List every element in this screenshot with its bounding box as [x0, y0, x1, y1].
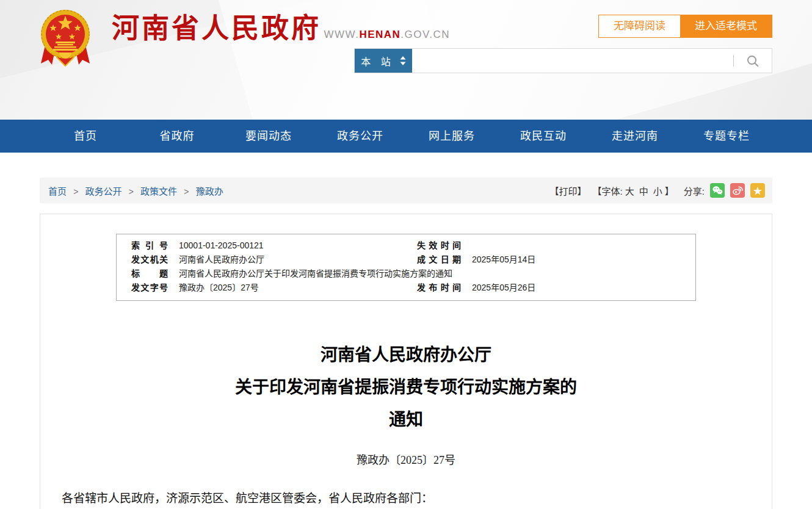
font-size-large[interactable]: 大	[625, 186, 634, 197]
share-wechat-button[interactable]	[710, 183, 725, 198]
nav-item-online-services[interactable]: 网上服务	[406, 120, 498, 153]
header-inner: 河南省人民政府 WWW.HENAN.GOV.CN 无障碍阅读 进入适老模式 本 …	[40, 0, 772, 120]
search-bar: 本 站	[354, 48, 772, 73]
site-text: 河南省人民政府 WWW.HENAN.GOV.CN	[112, 5, 450, 44]
search-button[interactable]	[734, 49, 772, 73]
weibo-icon	[731, 184, 744, 197]
nav-item-provincial-government[interactable]: 省政府	[131, 120, 223, 153]
nav-item-home[interactable]: 首页	[40, 120, 131, 153]
site-url-suffix: .GOV.CN	[401, 29, 450, 40]
breadcrumb-separator: >	[184, 187, 189, 197]
nav-item-about-henan[interactable]: 走进河南	[589, 120, 681, 153]
breadcrumb-toolbar-row: 首页 > 政务公开 > 政策文件 > 豫政办 【打印】 【字体:大中小】 分享:	[40, 178, 772, 203]
meta-value-title: 河南省人民政府办公厅关于印发河南省提振消费专项行动实施方案的通知	[179, 267, 681, 281]
document-title-line-2: 关于印发河南省提振消费专项行动实施方案的	[62, 371, 750, 403]
site-header: 河南省人民政府 WWW.HENAN.GOV.CN 无障碍阅读 进入适老模式 本 …	[0, 0, 812, 120]
breadcrumb-home[interactable]: 首页	[48, 186, 67, 197]
breadcrumb-policy-documents[interactable]: 政策文件	[140, 186, 177, 197]
document-body: 各省辖市人民政府，济源示范区、航空港区管委会，省人民政府各部门： 《河南省提振消…	[62, 486, 750, 509]
search-scope-label: 本 站	[361, 54, 394, 68]
search-icon	[746, 54, 759, 68]
search-input[interactable]	[412, 49, 733, 73]
document-paragraph-salutation: 各省辖市人民政府，济源示范区、航空港区管委会，省人民政府各部门：	[62, 486, 750, 509]
nav-item-news[interactable]: 要闻动态	[223, 120, 314, 153]
main-nav: 首页 省政府 要闻动态 政务公开 网上服务 政民互动 走进河南 专题专栏	[0, 120, 812, 153]
breadcrumb-separator: >	[129, 187, 134, 197]
wechat-icon	[711, 184, 723, 197]
share-label: 分享:	[684, 184, 705, 197]
meta-value-expiry-date	[472, 239, 681, 253]
nav-item-interaction[interactable]: 政民互动	[498, 120, 589, 153]
breadcrumb-current: 豫政办	[196, 186, 223, 197]
meta-label-written-date: 成文日期	[417, 253, 461, 267]
font-size-medium[interactable]: 中	[639, 186, 648, 197]
meta-value-doc-number: 豫政办〔2025〕27号	[179, 281, 406, 295]
document-title-line-1: 河南省人民政府办公厅	[62, 339, 750, 371]
document-title-line-3: 通知	[62, 403, 750, 436]
document-title: 河南省人民政府办公厅 关于印发河南省提振消费专项行动实施方案的 通知	[62, 339, 750, 436]
print-button[interactable]: 【打印】	[550, 184, 587, 197]
meta-value-publish-date: 2025年05月26日	[472, 281, 681, 295]
meta-label-title: 标题	[131, 267, 168, 281]
up-down-arrows-icon	[400, 56, 406, 65]
breadcrumb: 首页 > 政务公开 > 政策文件 > 豫政办	[48, 184, 223, 197]
qzone-star-icon: ★	[753, 186, 762, 195]
meta-label-publish-date: 发布时间	[417, 281, 461, 295]
meta-label-index-number: 索引号	[131, 239, 168, 253]
meta-row-issuing-agency: 发文机关 河南省人民政府办公厅 成文日期 2025年05月14日	[117, 253, 695, 267]
meta-label-expiry-date: 失效时间	[417, 239, 461, 253]
search-scope-select[interactable]: 本 站	[355, 49, 412, 73]
meta-label-issuing-agency: 发文机关	[131, 253, 168, 267]
meta-value-index-number: 10001-01-2025-00121	[179, 239, 406, 253]
top-buttons: 无障碍阅读 进入适老模式	[598, 15, 772, 38]
page-toolbar: 【打印】 【字体:大中小】 分享: ★	[550, 183, 765, 198]
meta-row-doc-number: 发文字号 豫政办〔2025〕27号 发布时间 2025年05月26日	[117, 281, 695, 295]
breadcrumb-separator: >	[73, 187, 78, 197]
nav-item-special-topics[interactable]: 专题专栏	[681, 120, 772, 153]
site-url-prefix: WWW.	[324, 29, 359, 40]
meta-value-written-date: 2025年05月14日	[472, 253, 681, 267]
document-content-card: 索引号 10001-01-2025-00121 失效时间 发文机关 河南省人民政…	[40, 214, 772, 509]
document-number: 豫政办〔2025〕27号	[62, 451, 750, 467]
font-size-control: 【字体:大中小】	[593, 184, 674, 197]
font-size-label-close: 】	[665, 186, 674, 197]
document-meta-table: 索引号 10001-01-2025-00121 失效时间 发文机关 河南省人民政…	[116, 234, 696, 301]
meta-label-doc-number: 发文字号	[131, 281, 168, 295]
share-weibo-button[interactable]	[730, 183, 745, 198]
meta-value-issuing-agency: 河南省人民政府办公厅	[179, 253, 406, 267]
share-qzone-button[interactable]: ★	[750, 183, 765, 198]
meta-row-index: 索引号 10001-01-2025-00121 失效时间	[117, 239, 695, 253]
site-title: 河南省人民政府	[112, 13, 321, 44]
font-size-label-open: 【字体:	[593, 186, 623, 197]
elder-mode-button[interactable]: 进入适老模式	[680, 15, 772, 37]
accessibility-button[interactable]: 无障碍阅读	[599, 15, 680, 37]
breadcrumb-gov-affairs[interactable]: 政务公开	[85, 186, 122, 197]
site-url-highlight: HENAN	[359, 29, 401, 40]
font-size-small[interactable]: 小	[653, 186, 662, 197]
nav-item-gov-affairs[interactable]: 政务公开	[314, 120, 406, 153]
national-emblem-icon	[40, 5, 91, 68]
site-url: WWW.HENAN.GOV.CN	[324, 29, 450, 40]
nav-inner: 首页 省政府 要闻动态 政务公开 网上服务 政民互动 走进河南 专题专栏	[40, 120, 772, 153]
meta-row-title: 标题 河南省人民政府办公厅关于印发河南省提振消费专项行动实施方案的通知	[117, 267, 695, 281]
